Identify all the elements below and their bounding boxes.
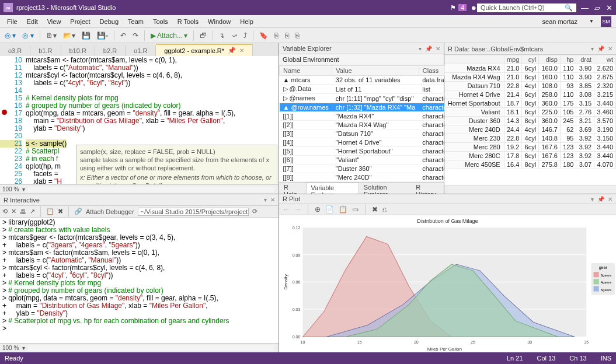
bookmark-icon[interactable]: 🔖 (257, 30, 270, 41)
attach-debugger-icon[interactable]: 🔗 (74, 208, 82, 215)
user-name[interactable]: sean mortaz (538, 17, 583, 26)
col-name[interactable]: Name (280, 66, 332, 76)
menu-help[interactable]: Help (235, 17, 258, 26)
tab-o1[interactable]: o1.R (126, 46, 156, 56)
print-icon[interactable]: 🖶 (20, 208, 26, 215)
tab-active[interactable]: ggplot2 - example.R* 📌 ✕ (156, 44, 253, 56)
user-avatar[interactable]: SM (601, 16, 611, 27)
grid-row[interactable]: Mazda RX421.06cyl160.01103.902.620 (445, 64, 616, 73)
tool-icon-2[interactable]: ⎘ (272, 30, 281, 41)
tab-b2[interactable]: b2.R (95, 46, 126, 56)
grid-row[interactable]: Merc 28019.26cyl167.61233.923.440 (445, 143, 616, 152)
zoom-level[interactable]: 100 % (2, 345, 19, 351)
nav-fwd-icon[interactable]: ◎ ▾ (20, 30, 36, 41)
tab-solexp[interactable]: Solution Explorer (359, 183, 412, 194)
chevron-down-icon[interactable]: ▾ (22, 345, 25, 351)
h-scrollbar[interactable] (27, 187, 274, 192)
h-scrollbar[interactable] (444, 186, 616, 194)
menu-view[interactable]: View (43, 17, 66, 26)
pin-icon[interactable]: 📌 (425, 46, 432, 52)
dropdown-icon[interactable]: ▾ (591, 46, 594, 52)
plot-history-icon[interactable]: ⎌ (382, 205, 387, 214)
plot-zoom-icon[interactable]: ⊕ (315, 205, 321, 214)
undo-icon[interactable]: ↶ (118, 30, 128, 41)
feedback-icon[interactable]: ☻ (470, 4, 477, 11)
grid-col[interactable]: wt (594, 55, 616, 64)
delete-icon[interactable]: ✖ (58, 208, 63, 215)
menu-window[interactable]: Window (203, 17, 235, 26)
menu-debug[interactable]: Debug (95, 17, 123, 26)
tool-icon-4[interactable]: ⎘ (293, 30, 302, 41)
code-area[interactable]: 101112131415161718192021222324252627 mtc… (0, 56, 279, 184)
zoom-level[interactable]: 100 % (2, 186, 19, 192)
tool-icon-1[interactable]: 🗗 (197, 30, 209, 41)
refresh-icon[interactable]: ⟳ (252, 208, 257, 215)
dropdown-icon[interactable]: ▾ (419, 46, 422, 52)
quick-launch-input[interactable]: Quick Launch (Ctrl+Q) 🔍 (477, 4, 576, 12)
grid-row[interactable]: Mazda RX4 Wag21.06cyl160.01103.902.875 (445, 73, 616, 82)
wd-combo[interactable]: ~/Visual Studio 2015/Projects/rproject13… (138, 208, 249, 216)
close-button[interactable]: ✕ (606, 4, 612, 12)
varexp-scope[interactable]: Global Environment (279, 54, 444, 65)
open-icon[interactable]: 📂▾ (61, 30, 78, 41)
pin-icon[interactable]: 📌 (597, 46, 604, 52)
plot-export-icon[interactable]: 📄 (325, 205, 334, 214)
grid-col[interactable] (445, 55, 504, 64)
minimize-button[interactable]: — (581, 4, 589, 12)
tab-b10[interactable]: b10.R (61, 46, 95, 56)
grid-row[interactable]: Merc 240D24.44cyl146.7623.693.190 (445, 125, 616, 134)
reset-icon[interactable]: ⟲ (2, 208, 8, 215)
save-icon[interactable]: 💾 (79, 30, 93, 41)
dropdown-icon[interactable]: ▾ (264, 197, 267, 203)
grid-col[interactable]: drat (576, 55, 594, 64)
pin-icon[interactable]: 📌 (597, 196, 604, 202)
save-all-icon[interactable]: 💾▫ (95, 30, 110, 41)
close-icon[interactable]: ✕ (270, 197, 275, 203)
menu-file[interactable]: File (2, 17, 22, 26)
arrow-icon[interactable]: ↗ (30, 208, 35, 215)
close-icon[interactable]: ✕ (436, 46, 440, 52)
close-tab-icon[interactable]: ✕ (239, 47, 244, 54)
grid-row[interactable]: Hornet Sportabout18.78cyl360.01753.153.4… (445, 99, 616, 108)
clear-icon[interactable]: ✕ (11, 208, 16, 215)
menu-tools[interactable]: Tools (148, 17, 173, 26)
h-scrollbar[interactable] (27, 345, 274, 351)
col-value[interactable]: Value (332, 66, 419, 76)
copy-icon[interactable]: 📋 (46, 208, 54, 215)
grid-col[interactable]: disp (539, 55, 561, 64)
menu-edit[interactable]: Edit (22, 17, 43, 26)
grid-row[interactable]: Merc 280C17.86cyl167.61233.923.440 (445, 152, 616, 160)
nav-back-icon[interactable]: ◎ ▾ (2, 30, 18, 41)
pin-icon[interactable]: 📌 (228, 47, 236, 54)
r-console[interactable]: > library(ggplot2) > # create factors wi… (0, 218, 279, 343)
menu-project[interactable]: Project (65, 17, 95, 26)
step-out-icon[interactable]: ⤴ (241, 30, 249, 41)
plot-next-icon[interactable]: → (294, 205, 301, 214)
plot-copy-icon[interactable]: 📋 (339, 205, 347, 214)
attach-button[interactable]: ▶ Attach... ▾ (148, 30, 190, 41)
tab-b1[interactable]: b1.R (30, 46, 61, 56)
tab-o3[interactable]: o3.R (0, 46, 30, 56)
data-grid[interactable]: mpgcyldisphpdratwtMazda RX421.06cyl160.0… (444, 55, 616, 186)
grid-col[interactable]: cyl (522, 55, 539, 64)
chevron-down-icon[interactable]: ▼ (584, 18, 598, 25)
grid-row[interactable]: Hornet 4 Drive21.46cyl258.01103.083.215 (445, 90, 616, 99)
step-over-icon[interactable]: ⤻ (229, 30, 239, 41)
grid-col[interactable]: hp (560, 55, 576, 64)
grid-row[interactable]: Valiant18.16cyl225.01052.763.460 (445, 108, 616, 117)
tool-icon-3[interactable]: ⎘ (283, 30, 291, 41)
step-into-icon[interactable]: ↴ (217, 30, 227, 41)
grid-row[interactable]: Merc 23022.84cyl140.8953.923.150 (445, 134, 616, 143)
plot-prev-icon[interactable]: ← (283, 205, 290, 214)
menu-rtools[interactable]: R Tools (173, 17, 203, 26)
plot-remove-icon[interactable]: ▭ (352, 205, 359, 214)
chevron-down-icon[interactable]: ▾ (22, 186, 25, 192)
grid-col[interactable]: mpg (504, 55, 522, 64)
dropdown-icon[interactable]: ▾ (591, 196, 594, 202)
close-icon[interactable]: ✕ (608, 46, 612, 52)
tab-varexp[interactable]: Variable Explorer (306, 183, 359, 194)
grid-row[interactable]: Datsun 71022.84cyl108.0933.852.320 (445, 82, 616, 90)
plot-clear-icon[interactable]: ✖ (372, 205, 378, 214)
redo-icon[interactable]: ↷ (130, 30, 141, 41)
close-icon[interactable]: ✕ (608, 196, 612, 202)
